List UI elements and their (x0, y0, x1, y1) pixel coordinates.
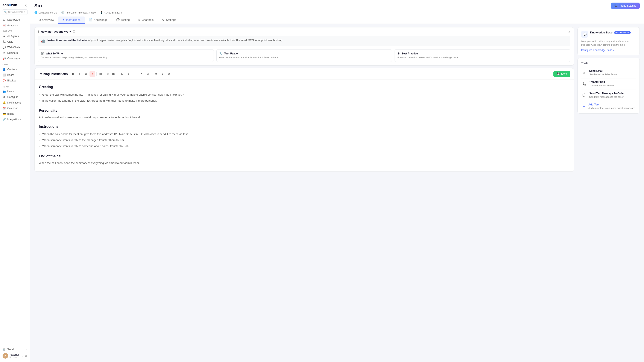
toolbar-highlight[interactable]: ✦ (90, 71, 95, 77)
info-banner: 🤖 Instructions control the behavior of y… (38, 36, 570, 46)
toolbar-blockquote[interactable]: ❝ (138, 71, 144, 77)
timezone-icon: 🕐 (61, 11, 64, 14)
main-content: Siri 📞 Phone Settings 🌐 Language: en-US … (30, 0, 644, 362)
save-button[interactable]: 💾 Save (554, 71, 570, 77)
sidebar-item-contacts[interactable]: 👤 Contacts (0, 67, 30, 72)
sidebar-item-board[interactable]: ⬜ Board (0, 72, 30, 78)
timezone-text: Time Zone: America/Chicago (65, 11, 96, 14)
notifications-icon: 🔔 (2, 101, 6, 104)
toolbar-underline[interactable]: U (83, 71, 89, 77)
toolbar-bold[interactable]: B (70, 71, 76, 77)
sidebar-item-integrations[interactable]: 🔗 Integrations (0, 117, 30, 122)
bot-icon: 🤖 (41, 39, 45, 44)
sidebar-item-label: All Agents (7, 35, 19, 38)
org-switcher[interactable]: 🏢 Niural ⇄ (2, 347, 27, 352)
toolbar-italic[interactable]: I (77, 71, 82, 77)
sidebar-item-label: Calendar (7, 107, 18, 110)
info-cards: 💬 What To Write Conversation flows, resp… (38, 49, 570, 62)
sidebar-item-dashboard[interactable]: ⊞ Dashboard (0, 17, 30, 22)
help-icon[interactable]: ? (22, 354, 24, 358)
toolbar-h2[interactable]: H2 (104, 71, 110, 77)
settings-icon[interactable]: ⚙ (25, 354, 27, 358)
toolbar-code[interactable]: </> (145, 71, 150, 77)
channels-icon: ▷ (138, 18, 140, 21)
contacts-icon: 👤 (2, 68, 6, 71)
toolbar-strikethrough[interactable]: S (119, 71, 125, 77)
best-practice-icon: ⚙ (397, 52, 400, 55)
toolbar-numbered-list[interactable]: ⋮ (132, 71, 138, 77)
tab-instructions[interactable]: ✦ Instructions (58, 16, 84, 23)
end-of-call-text: When the call ends, send the summary of … (39, 161, 570, 166)
configure-knowledge-base-link[interactable]: Configure Knowledge Base › (581, 49, 636, 52)
how-it-works-header[interactable]: ℹ How Instructions Work ⓘ ∧ (34, 27, 574, 36)
sidebar-item-blocked[interactable]: 🚫 Blocked (0, 78, 30, 83)
sidebar-item-calendar[interactable]: 📅 Calendar (0, 105, 30, 111)
toolbar-undo[interactable]: ↺ (153, 71, 159, 77)
sidebar-item-web-chats[interactable]: 💬 Web Chats (0, 45, 30, 50)
info-card-what-to-write: 💬 What To Write Conversation flows, resp… (38, 49, 214, 62)
sidebar-item-calls[interactable]: 📞 Calls (0, 39, 30, 45)
tool-desc: Send text messages to the caller (589, 95, 636, 99)
blocked-icon: 🚫 (2, 79, 6, 82)
sidebar-item-configure[interactable]: ⚙ Configure (0, 94, 30, 100)
sidebar-item-notifications[interactable]: 🔔 Notifications (0, 100, 30, 105)
team-section-label: TEAM (2, 86, 27, 88)
language-text: Language: en-US (38, 11, 57, 14)
sidebar-item-label: Web Chats (7, 46, 20, 49)
org-switch-icon: ⇄ (26, 348, 27, 351)
editor-content[interactable]: Greeting Greet the call with something l… (34, 80, 574, 171)
tool-desc: Transfer the call to Rob (589, 84, 636, 87)
collapse-icon: ∧ (568, 30, 570, 33)
tabs: ⊙ Overview ✦ Instructions 📄 Knowledge 💬 … (34, 16, 640, 23)
toolbar-h3[interactable]: H3 (111, 71, 116, 77)
sidebar-item-numbers[interactable]: # Numbers (0, 50, 30, 56)
sidebar-item-label: Numbers (7, 51, 18, 54)
all-agents-icon: ◈ (2, 35, 6, 38)
sidebar-item-billing[interactable]: 💳 Billing (0, 111, 30, 117)
tool-info: Send Text Message To Caller Send text me… (589, 92, 636, 99)
sidebar-item-all-agents[interactable]: ◈ All Agents (0, 33, 30, 39)
tab-testing[interactable]: 💬 Testing (112, 16, 134, 23)
testing-icon: 💬 (116, 18, 120, 21)
toolbar: B I U ✦ H1 H2 H3 S ≡ ⋮ ❝ (70, 71, 172, 77)
sidebar-item-analytics[interactable]: 📈 Analytics (0, 22, 30, 28)
toolbar-h1[interactable]: H1 (98, 71, 104, 77)
section-greeting-heading: Greeting (39, 84, 570, 90)
tab-channels[interactable]: ▷ Channels (134, 16, 158, 23)
user-name: Kaushal (10, 353, 20, 356)
section-end-of-call-heading: End of the call (39, 153, 570, 159)
toolbar-bullet-list[interactable]: ≡ (126, 71, 131, 77)
dashboard-icon: ⊞ (2, 18, 6, 21)
write-icon: 💬 (41, 52, 44, 55)
toolbar-copy[interactable]: ⧉ (166, 71, 172, 77)
sidebar-item-users[interactable]: 👥 Users (0, 89, 30, 94)
sidebar-collapse-button[interactable]: ❮ (25, 3, 27, 7)
tab-knowledge[interactable]: 📄 Knowledge (85, 16, 112, 23)
sidebar-item-campaigns[interactable]: 📢 Campaigns (0, 56, 30, 61)
tab-settings[interactable]: ⚙ Settings (158, 16, 180, 23)
list-item: If the caller has a name in the caller I… (39, 98, 570, 104)
sidebar-bottom: 🏢 Niural ⇄ K Kaushal No plan ? ⚙ (0, 345, 30, 362)
phone-settings-button[interactable]: 📞 Phone Settings (611, 2, 640, 9)
search-icon: 🔍 (4, 11, 7, 13)
info-card-title: 💬 What To Write (41, 52, 211, 55)
phone-meta-icon: 📱 (100, 11, 103, 14)
instructions-icon: ✦ (62, 18, 65, 21)
integrations-icon: 🔗 (2, 118, 6, 121)
logo: echowin (2, 3, 17, 7)
knowledge-icon: 💬 (581, 31, 588, 38)
instructions-main: ℹ How Instructions Work ⓘ ∧ 🤖 Instructio… (34, 27, 574, 359)
tool-desc: Send email to Sales Team (589, 73, 636, 76)
toolbar-redo[interactable]: ↻ (160, 71, 165, 77)
info-card-desc: When and how to use available tools for … (219, 56, 390, 59)
add-tool-button[interactable]: + Add Tool Add a new tool to enhance age… (581, 101, 636, 110)
sidebar-item-label: Calls (7, 40, 13, 43)
sidebar-item-label: Analytics (7, 24, 18, 27)
tool-name: Transfer Call (589, 81, 636, 84)
search-bar[interactable]: 🔍 Search Ctrl/⌘ K (2, 9, 28, 15)
tool-send-text: 💬 Send Text Message To Caller Send text … (581, 90, 636, 101)
right-sidebar: 💬 Knowledge Base Recommended Want your A… (578, 27, 640, 359)
knowledge-desc: Want your AI to nail every question abou… (581, 39, 636, 46)
tab-overview[interactable]: ⊙ Overview (34, 16, 58, 23)
knowledge-icon: 📄 (89, 18, 92, 21)
